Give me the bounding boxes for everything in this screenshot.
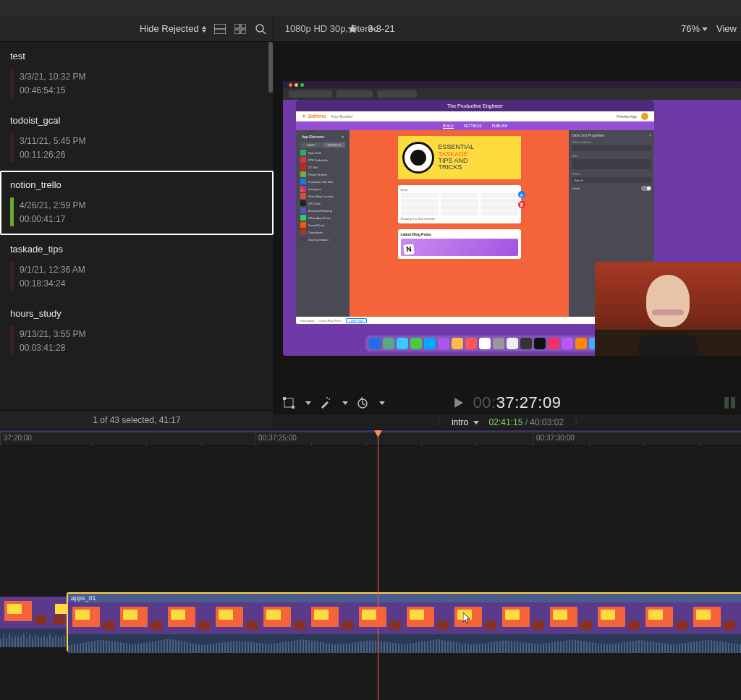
- tab-publish: PUBLISH: [492, 124, 507, 128]
- svg-rect-3: [241, 24, 246, 28]
- enhance-dropdown[interactable]: [342, 401, 348, 405]
- event-duration: 00:03:41:28: [20, 341, 85, 355]
- timeline-clip[interactable]: [0, 597, 67, 647]
- event-thumb: [10, 133, 14, 162]
- browser-scrollbar[interactable]: [268, 42, 273, 93]
- index-current: 02:41:15: [489, 417, 523, 427]
- event-duration: 00:18:34:24: [20, 277, 85, 291]
- list-view-icon[interactable]: [234, 22, 247, 35]
- transform-tool-icon[interactable]: [281, 396, 296, 410]
- project-name[interactable]: 3-3-21: [368, 23, 395, 34]
- event-item[interactable]: taskade_tips 9/1/21, 12:36 AM00:18:34:24: [0, 235, 274, 299]
- viewer-toolbar: 00:37:27:09: [274, 392, 741, 414]
- event-date: 9/13/21, 3:55 PM: [20, 328, 85, 341]
- event-browser: test 3/3/21, 10:32 PM00:46:54:15 todoist…: [0, 42, 274, 430]
- clip-appearance-icon[interactable]: [213, 22, 226, 35]
- svg-rect-5: [241, 30, 246, 34]
- play-icon[interactable]: [454, 398, 463, 408]
- event-duration: 00:11:26:26: [20, 148, 85, 162]
- close-icon: ×: [649, 133, 651, 137]
- tab-build: BUILD: [443, 124, 454, 129]
- svg-point-12: [329, 398, 330, 400]
- preview-sidebar: App Elements× BASICWIDGETS Data Grid PDF…: [296, 130, 350, 317]
- event-duration: 00:00:41:17: [20, 213, 85, 226]
- event-item[interactable]: hours_study 9/13/21, 3:55 PM00:03:41:28: [0, 299, 274, 364]
- ruler-tick: 00:37:25:00: [258, 434, 297, 442]
- timeline-index-bar: 〈 intro 02:41:15 / 40:03:02 〉: [274, 414, 741, 430]
- close-icon: ×: [342, 135, 344, 139]
- svg-point-6: [256, 25, 263, 32]
- event-item[interactable]: test 3/3/21, 10:32 PM00:46:54:15: [0, 42, 274, 106]
- svg-rect-10: [283, 397, 286, 400]
- hero-icon: [402, 142, 434, 174]
- viewer: The Productive Engineer ✦ Jotform App Bu…: [274, 42, 741, 430]
- tab-settings: SETTINGS: [464, 124, 482, 128]
- preview-topbar: The Productive Engineer: [296, 100, 654, 111]
- svg-marker-15: [454, 398, 463, 408]
- event-thumb: [10, 262, 14, 291]
- event-name: test: [10, 51, 263, 61]
- prev-edit-icon[interactable]: 〈: [433, 416, 441, 428]
- svg-rect-4: [234, 30, 240, 34]
- playhead[interactable]: [378, 430, 378, 700]
- preview-canvas[interactable]: The Productive Engineer ✦ Jotform App Bu…: [283, 81, 741, 356]
- event-name: taskade_tips: [10, 244, 263, 255]
- event-date: 4/26/21, 2:59 PM: [20, 199, 85, 213]
- timeline-ruler[interactable]: 37:20:00 00:37:25:00 00:37:30:00: [0, 430, 741, 446]
- timeline-clip-selected[interactable]: apps_01: [67, 592, 741, 652]
- event-duration: 00:46:54:15: [20, 84, 85, 98]
- next-edit-icon[interactable]: 〉: [574, 416, 583, 428]
- transform-dropdown[interactable]: [305, 401, 311, 405]
- event-thumb: [10, 326, 14, 355]
- event-name: todoist_gcal: [10, 115, 263, 126]
- timeline[interactable]: 37:20:00 00:37:25:00 00:37:30:00 apps_01: [0, 430, 741, 700]
- window-titlebar: [0, 0, 741, 16]
- ruler-tick: 37:20:00: [4, 434, 32, 442]
- event-date: 3/11/21, 5:45 PM: [20, 135, 85, 148]
- index-name[interactable]: intro: [452, 417, 468, 427]
- avatar: [641, 113, 648, 120]
- search-icon[interactable]: [254, 22, 267, 35]
- app-builder-label: App Builder: [331, 114, 353, 119]
- jotform-logo: ✦ Jotform: [302, 114, 326, 119]
- view-dropdown[interactable]: View: [716, 23, 737, 34]
- event-item[interactable]: notion_trello 4/26/21, 2:59 PM00:00:41:1…: [0, 171, 274, 235]
- svg-point-13: [326, 397, 328, 398]
- toolbar: Hide Rejected 1080p HD 30p, Stereo 3-3-2…: [0, 16, 741, 42]
- svg-marker-8: [347, 24, 357, 33]
- event-date: 9/1/21, 12:36 AM: [20, 263, 85, 277]
- hide-rejected-dropdown[interactable]: Hide Rejected: [140, 23, 206, 34]
- pin-settings-icon: ⚙: [518, 191, 525, 198]
- svg-rect-11: [292, 406, 295, 409]
- audio-meter: [724, 397, 735, 409]
- event-name: hours_study: [10, 308, 263, 319]
- svg-line-7: [263, 31, 266, 34]
- ruler-tick: 00:37:30:00: [536, 434, 575, 442]
- browser-status: 1 of 43 selected, 41:17: [0, 410, 274, 430]
- event-thumb: [10, 197, 14, 226]
- zoom-dropdown[interactable]: 76%: [681, 23, 708, 34]
- preview-main: ESSENTIAL TASKADE TIPS AND TRICKS Show: [350, 130, 569, 317]
- event-date: 3/3/21, 10:32 PM: [20, 70, 85, 84]
- retime-tool-icon[interactable]: [355, 396, 370, 410]
- preview-webcam: [595, 262, 741, 356]
- timecode: 37:27:09: [496, 393, 562, 411]
- event-item[interactable]: todoist_gcal 3/11/21, 5:45 PM00:11:26:26: [0, 106, 274, 171]
- enhance-tool-icon[interactable]: [318, 396, 333, 410]
- pin-delete-icon: 🗑: [518, 201, 525, 208]
- retime-dropdown[interactable]: [379, 401, 385, 405]
- clip-label: apps_01: [68, 594, 741, 602]
- favorite-icon[interactable]: [346, 22, 359, 35]
- event-name: notion_trello: [10, 179, 263, 190]
- index-total: 40:03:02: [530, 417, 564, 427]
- event-thumb: [10, 69, 14, 98]
- svg-rect-2: [234, 24, 240, 28]
- post-thumb: [401, 239, 518, 256]
